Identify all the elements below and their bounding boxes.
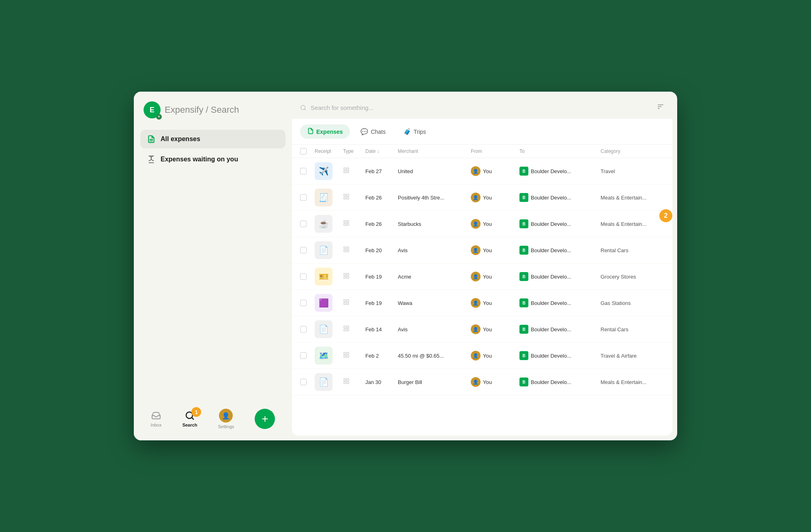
merchant-cell: 45.50 mi @ $0.65... — [398, 353, 471, 359]
header-to: To — [519, 148, 601, 154]
row-checkbox-cell — [300, 300, 315, 306]
merchant-cell: Avis — [398, 326, 471, 332]
search-bar: Search for something... — [292, 97, 672, 119]
svg-rect-15 — [347, 197, 349, 199]
from-cell: 👤 You — [471, 324, 519, 334]
row-checkbox[interactable] — [300, 194, 307, 201]
row-checkbox[interactable] — [300, 379, 307, 385]
bottom-nav-settings[interactable]: 👤 Settings — [218, 409, 234, 429]
row-checkbox-cell — [300, 352, 315, 359]
tab-expenses[interactable]: Expenses — [300, 124, 350, 139]
bottom-nav-inbox[interactable]: Inbox — [151, 410, 162, 427]
row-checkbox[interactable] — [300, 326, 307, 332]
row-checkbox[interactable] — [300, 273, 307, 280]
receipt-thumbnail[interactable]: 🧾 — [315, 189, 333, 206]
to-name: Boulder Develo... — [531, 247, 571, 253]
receipt-thumbnail[interactable]: 📄 — [315, 373, 333, 391]
to-badge: B — [519, 167, 528, 176]
svg-rect-21 — [344, 247, 346, 249]
row-checkbox[interactable] — [300, 247, 307, 253]
svg-rect-38 — [347, 352, 349, 354]
receipt-cell: 🎫 — [315, 268, 343, 285]
svg-point-4 — [301, 105, 305, 110]
receipt-thumbnail[interactable]: 🎫 — [315, 268, 333, 285]
svg-rect-42 — [347, 379, 349, 381]
svg-rect-36 — [344, 329, 346, 331]
from-cell: 👤 You — [471, 272, 519, 281]
svg-rect-29 — [344, 300, 346, 302]
row-checkbox-cell — [300, 168, 315, 174]
from-avatar: 👤 — [471, 219, 481, 229]
tab-chats[interactable]: 💬 Chats — [353, 125, 393, 139]
from-avatar: 👤 — [471, 351, 481, 360]
search-input-icon — [300, 105, 307, 111]
expenses-table: Receipt Type Date ↓ Merchant From To Cat… — [292, 145, 672, 435]
category-cell: Gas Stations — [601, 300, 672, 306]
row-checkbox[interactable] — [300, 168, 307, 174]
svg-rect-33 — [344, 326, 346, 328]
to-name: Boulder Develo... — [531, 379, 571, 385]
merchant-cell: Positively 4th Stre... — [398, 195, 471, 201]
header-type: Type — [343, 148, 365, 154]
table-row: 🗺️ Feb 2 45.50 mi @ $0.65... 👤 You B Bou… — [292, 343, 672, 369]
from-name: You — [483, 247, 492, 253]
from-cell: 👤 You — [471, 298, 519, 308]
bottom-nav-search[interactable]: 1 Search — [182, 410, 197, 427]
filter-icon[interactable] — [657, 103, 664, 112]
sidebar-nav: All expenses Expenses waiting on you — [140, 130, 285, 404]
receipt-icon — [147, 135, 156, 144]
main-content: Search for something... Expense — [292, 97, 672, 435]
merchant-cell: United — [398, 168, 471, 174]
sidebar-item-expenses-waiting[interactable]: Expenses waiting on you — [140, 150, 285, 169]
receipt-thumbnail[interactable]: 🗺️ — [315, 347, 333, 365]
from-cell: 👤 You — [471, 166, 519, 176]
date-cell: Feb 26 — [365, 221, 398, 227]
row-checkbox-cell — [300, 379, 315, 385]
category-cell: Travel & Airfare — [601, 353, 672, 359]
from-avatar: 👤 — [471, 298, 481, 308]
table-row: 🟪 Feb 19 Wawa 👤 You B Boulder Develo... … — [292, 290, 672, 316]
receipt-thumbnail[interactable]: ✈️ — [315, 162, 333, 180]
to-cell: B Boulder Develo... — [519, 298, 601, 307]
tab-trips[interactable]: 🧳 Trips — [396, 125, 433, 139]
expenses-tab-icon — [307, 128, 314, 135]
header-date[interactable]: Date ↓ — [365, 148, 398, 154]
receipt-thumbnail[interactable]: 🟪 — [315, 294, 333, 312]
to-name: Boulder Develo... — [531, 221, 571, 227]
table-row: ✈️ Feb 27 United 👤 You B Boulder Develo.… — [292, 158, 672, 184]
svg-rect-26 — [347, 273, 349, 275]
logo-dropdown-icon: ▾ — [156, 114, 162, 120]
svg-rect-20 — [344, 223, 346, 225]
svg-rect-9 — [344, 168, 346, 170]
svg-rect-35 — [347, 329, 349, 331]
date-cell: Feb 19 — [365, 274, 398, 280]
svg-line-5 — [305, 109, 306, 110]
receipt-cell: ☕ — [315, 215, 343, 233]
search-badge: 1 — [191, 407, 201, 417]
receipt-thumbnail[interactable]: ☕ — [315, 215, 333, 233]
app-logo: E ▾ — [144, 101, 161, 118]
page-title-separator: / Search — [206, 105, 239, 115]
row-checkbox[interactable] — [300, 221, 307, 227]
row-checkbox[interactable] — [300, 300, 307, 306]
to-cell: B Boulder Develo... — [519, 272, 601, 281]
to-name: Boulder Develo... — [531, 353, 571, 359]
sidebar-item-all-expenses[interactable]: All expenses — [140, 130, 285, 148]
svg-rect-23 — [347, 250, 349, 252]
select-all-checkbox[interactable] — [300, 148, 307, 154]
bottom-nav-search-label: Search — [182, 423, 197, 427]
svg-rect-18 — [347, 221, 349, 223]
to-badge: B — [519, 246, 528, 255]
row-checkbox[interactable] — [300, 352, 307, 359]
from-name: You — [483, 300, 492, 306]
add-button[interactable]: + — [255, 409, 275, 429]
table-row: 🧾 Feb 26 Positively 4th Stre... 👤 You B … — [292, 184, 672, 211]
category-cell: Rental Cars — [601, 326, 672, 332]
app-container: E ▾ Expensify / Search All expenses — [134, 92, 677, 440]
svg-rect-19 — [347, 223, 349, 225]
receipt-thumbnail[interactable]: 📄 — [315, 320, 333, 338]
receipt-thumbnail[interactable]: 📄 — [315, 241, 333, 259]
to-name: Boulder Develo... — [531, 274, 571, 280]
receipt-cell: 🧾 — [315, 189, 343, 206]
from-cell: 👤 You — [471, 351, 519, 360]
